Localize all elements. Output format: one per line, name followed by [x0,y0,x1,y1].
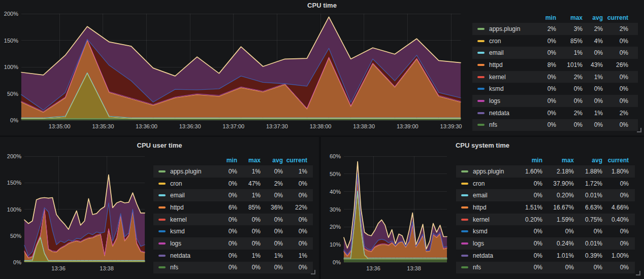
series-label[interactable]: httpd [468,204,487,211]
series-swatch[interactable] [158,230,166,232]
legend-row-logs[interactable]: logs0%0.24%0.01%0% [456,237,635,250]
series-label[interactable]: ksmd [166,228,185,235]
series-swatch[interactable] [158,194,166,196]
series-label[interactable]: logs [468,240,484,247]
legend-row-httpd[interactable]: httpd8%101%43%26% [472,59,638,71]
series-label[interactable]: kernel [166,216,187,223]
series-label[interactable]: email [166,192,185,199]
legend-row-apps.plugin[interactable]: apps.plugin2%3%2%2% [472,23,638,35]
legend-col-min[interactable]: min [211,157,237,164]
legend-row-httpd[interactable]: httpd6%85%36%22% [153,201,313,214]
legend-row-netdata[interactable]: netdata0%1%1%1% [153,250,313,262]
legend-col-min[interactable]: min [528,14,556,21]
series-label[interactable]: cron [468,180,485,187]
series-label[interactable]: cron [166,180,182,187]
legend-row-ksmd[interactable]: ksmd0%0%0%0% [472,83,638,95]
panel-title[interactable]: CPU time [0,2,644,9]
series-swatch[interactable] [477,100,485,102]
series-label[interactable]: nfs [485,121,497,128]
series-swatch[interactable] [461,242,468,245]
legend-col-max[interactable]: max [237,157,261,164]
series-swatch[interactable] [461,183,468,185]
series-swatch[interactable] [158,255,166,257]
series-label[interactable]: apps.plugin [166,168,201,175]
series-label[interactable]: cron [485,38,501,45]
series-label[interactable]: apps.plugin [485,25,520,32]
legend-row-logs[interactable]: logs0%0%0%0% [472,95,638,107]
chart-canvas[interactable] [344,156,447,262]
series-label[interactable]: netdata [166,252,190,259]
series-swatch[interactable] [461,194,468,196]
legend-row-ksmd[interactable]: ksmd0%0%0%0% [456,225,635,237]
series-swatch[interactable] [461,230,468,232]
series-label[interactable]: kernel [485,74,506,81]
legend-row-nfs[interactable]: nfs0%0%0%0% [472,119,638,131]
legend-row-httpd[interactable]: httpd1.51%16.67%6.63%4.66% [456,201,635,214]
series-label[interactable]: netdata [468,252,493,259]
series-swatch[interactable] [461,266,468,268]
legend-col-current[interactable]: current [602,157,629,164]
legend-col-current[interactable]: current [603,14,628,21]
series-label[interactable]: nfs [166,264,178,271]
legend-col-current[interactable]: current [283,157,307,164]
legend-row-ksmd[interactable]: ksmd0%0%0%0% [153,225,313,237]
legend-row-nfs[interactable]: nfs0%0%0%0% [153,262,313,274]
panel-resize-handle[interactable] [637,128,641,132]
series-label[interactable]: ksmd [468,228,488,235]
legend-col-avg[interactable]: avg [583,14,603,21]
series-swatch[interactable] [477,112,485,114]
series-swatch[interactable] [158,206,166,208]
legend-row-apps.plugin[interactable]: apps.plugin0%1%0%1% [153,165,313,178]
chart-canvas[interactable] [21,14,461,120]
series-swatch[interactable] [477,88,485,90]
series-label[interactable]: logs [485,97,500,104]
legend-row-email[interactable]: email0%0.20%0.01%0% [456,189,635,201]
cpu-time-graph[interactable]: 0%50%100%150%200%13:35:0013:35:3013:36:0… [21,14,461,120]
legend-row-logs[interactable]: logs0%0%0%0% [153,237,313,250]
series-swatch[interactable] [477,40,485,42]
cpu-system-time-graph[interactable]: 0%10%20%30%40%50%60%13:3613:38 [344,156,447,262]
series-swatch[interactable] [158,266,166,268]
series-swatch[interactable] [461,206,468,208]
series-label[interactable]: nfs [468,264,481,271]
series-swatch[interactable] [461,170,468,172]
series-swatch[interactable] [477,64,485,66]
legend-col-max[interactable]: max [542,157,574,164]
series-swatch[interactable] [477,52,485,54]
legend-row-netdata[interactable]: netdata0%2%1%2% [472,107,638,119]
cpu-user-time-graph[interactable]: 0%50%100%150%200%13:3613:38 [24,156,145,262]
chart-canvas[interactable] [24,156,145,262]
legend-row-apps.plugin[interactable]: apps.plugin1.60%2.18%1.88%1.80% [456,165,635,178]
legend-row-cron[interactable]: cron0%85%4%0% [472,35,638,47]
series-label[interactable]: httpd [485,61,503,68]
panel-title[interactable]: CPU system time [321,142,644,149]
legend-row-cron[interactable]: cron0%47%2%0% [153,178,313,190]
legend-row-email[interactable]: email0%1%0%0% [472,47,638,59]
series-label[interactable]: apps.plugin [468,168,504,175]
series-label[interactable]: httpd [166,204,184,211]
series-label[interactable]: logs [166,240,181,247]
series-swatch[interactable] [477,28,485,30]
series-label[interactable]: netdata [485,110,509,117]
series-swatch[interactable] [461,255,468,257]
legend-row-nfs[interactable]: nfs0%0%0%0% [456,262,635,274]
legend-row-kernel[interactable]: kernel0%2%1%0% [472,71,638,83]
series-label[interactable]: ksmd [485,85,504,92]
legend-row-netdata[interactable]: netdata0%1.01%0.39%1.00% [456,250,635,262]
series-swatch[interactable] [461,219,468,221]
series-swatch[interactable] [158,219,166,221]
legend-col-avg[interactable]: avg [261,157,283,164]
series-swatch[interactable] [158,170,166,172]
series-label[interactable]: email [468,192,488,199]
legend-row-kernel[interactable]: kernel0.20%1.59%0.75%0.40% [456,214,635,226]
panel-resize-handle[interactable] [636,271,640,275]
series-swatch[interactable] [477,124,485,126]
legend-row-cron[interactable]: cron0%37.90%1.72%0% [456,178,635,190]
legend-col-min[interactable]: min [512,157,542,164]
series-swatch[interactable] [477,76,485,78]
series-swatch[interactable] [158,183,166,185]
legend-row-email[interactable]: email0%1%0%0% [153,189,313,201]
panel-resize-handle[interactable] [311,270,315,274]
series-swatch[interactable] [158,242,166,245]
panel-title[interactable]: CPU user time [0,142,319,149]
